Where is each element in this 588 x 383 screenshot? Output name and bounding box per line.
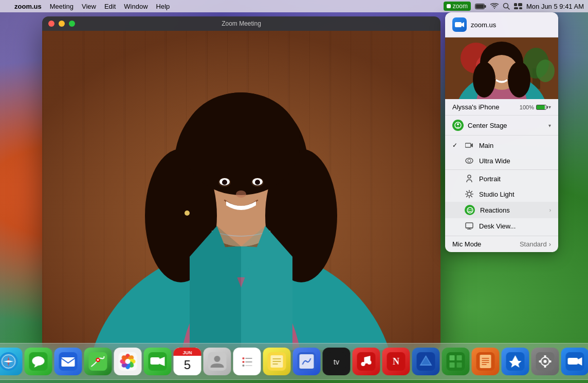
dock-item-numbers[interactable] <box>442 348 470 375</box>
dock-item-contacts[interactable] <box>204 348 231 375</box>
wifi-icon <box>490 3 499 9</box>
control-center-icon[interactable] <box>514 3 522 9</box>
svg-rect-47 <box>465 143 471 147</box>
system-prefs-icon <box>536 352 555 371</box>
menu-item-portrait[interactable]: Portrait <box>445 171 558 186</box>
menubar-window[interactable]: Window <box>124 3 148 10</box>
svg-point-27 <box>222 180 227 185</box>
menubar-meeting[interactable]: Meeting <box>50 3 74 10</box>
reactions-icon <box>465 205 475 215</box>
svg-rect-149 <box>544 355 546 358</box>
dock-item-notes[interactable] <box>263 348 291 375</box>
svg-point-37 <box>536 60 555 82</box>
studio-light-icon <box>465 189 474 199</box>
menubar-edit[interactable]: Edit <box>104 3 116 10</box>
svg-rect-152 <box>549 360 552 362</box>
reactions-label: Reactions <box>480 206 544 214</box>
fullscreen-button[interactable] <box>69 21 75 27</box>
dock-item-appletv[interactable]: tv <box>323 348 351 375</box>
svg-text:5: 5 <box>184 358 191 372</box>
svg-point-22 <box>182 92 300 195</box>
zoom-menubar-button[interactable]: zoom <box>444 2 471 11</box>
portrait-icon <box>465 174 474 183</box>
close-button[interactable] <box>48 21 54 27</box>
menu-item-desk-view[interactable]: Desk View... <box>445 218 558 234</box>
safari-icon <box>0 352 18 371</box>
dock-item-facetime[interactable] <box>144 348 172 375</box>
battery-fill <box>537 105 545 109</box>
search-icon[interactable] <box>503 3 510 10</box>
chevron-down-icon[interactable]: ▾ <box>548 104 551 110</box>
dock-item-safari[interactable] <box>0 348 23 375</box>
svg-point-127 <box>361 362 365 366</box>
svg-rect-85 <box>62 357 75 367</box>
popup-thumbnail <box>445 37 558 99</box>
dock-item-calendar[interactable]: JUN 5 <box>174 348 201 375</box>
svg-point-30 <box>185 210 190 216</box>
dock-item-reminders[interactable] <box>233 348 261 375</box>
ultra-wide-svg <box>465 158 473 164</box>
reactions-svg <box>467 207 473 214</box>
portrait-svg <box>466 175 472 183</box>
dock-item-maps[interactable] <box>84 348 112 375</box>
svg-line-56 <box>467 192 468 193</box>
dock-item-appstore[interactable] <box>502 348 529 375</box>
maps-icon <box>89 352 107 371</box>
dock-item-messages[interactable] <box>25 348 52 375</box>
ultra-wide-label: Ultra Wide <box>479 157 551 165</box>
svg-rect-135 <box>450 355 455 360</box>
svg-rect-137 <box>450 362 455 368</box>
appletv-icon: tv <box>327 352 346 371</box>
dock-item-music[interactable] <box>353 348 380 375</box>
desk-view-label: Desk View... <box>479 222 551 230</box>
dock-item-pages[interactable] <box>472 348 500 375</box>
center-stage-icon <box>452 120 464 131</box>
svg-point-51 <box>468 193 471 196</box>
photos-icon <box>119 352 137 371</box>
dock-item-photos[interactable] <box>114 348 142 375</box>
keynote-icon <box>417 352 435 371</box>
notes-icon <box>268 352 286 371</box>
center-stage-row[interactable]: Center Stage ▾ <box>445 116 558 136</box>
svg-line-57 <box>471 196 472 197</box>
svg-rect-2 <box>475 4 484 8</box>
center-stage-chevron: ▾ <box>548 123 551 128</box>
numbers-icon <box>447 352 465 371</box>
menu-item-ultra-wide[interactable]: Ultra Wide <box>445 153 558 168</box>
menu-separator-1 <box>445 169 558 170</box>
dock-item-freeform[interactable] <box>293 348 321 375</box>
mic-mode-label: Mic Mode <box>452 240 481 248</box>
dock-item-mail[interactable] <box>54 348 82 375</box>
dock-item-system-preferences[interactable] <box>531 348 559 375</box>
popup-header: zoom.us <box>445 12 558 37</box>
mic-mode-current: Standard <box>520 240 547 248</box>
svg-rect-101 <box>151 357 160 365</box>
svg-rect-140 <box>480 355 491 368</box>
dock: JUN 5 <box>0 343 588 380</box>
mic-mode-chevron: › <box>549 240 551 248</box>
svg-point-46 <box>457 123 459 125</box>
svg-point-43 <box>473 62 495 98</box>
zoom-popup: zoom.us <box>445 12 558 252</box>
minimize-button[interactable] <box>59 21 65 27</box>
zoom-menubar-label: zoom <box>453 3 468 10</box>
svg-rect-138 <box>457 362 462 368</box>
menu-item-reactions[interactable]: Reactions › <box>445 202 558 218</box>
menu-item-main[interactable]: ✓ Main <box>445 138 558 153</box>
device-row: Alyssa's iPhone 100% ▾ <box>445 99 558 116</box>
mail-icon <box>59 352 78 371</box>
mic-mode-row[interactable]: Mic Mode Standard › <box>445 236 558 252</box>
zoom-video-area <box>42 31 440 350</box>
svg-point-29 <box>236 190 246 198</box>
menubar-help[interactable]: Help <box>156 3 170 10</box>
menubar-left: zoom.us Meeting View Edit Window Help <box>4 3 170 10</box>
dock-item-news[interactable]: N <box>382 348 410 375</box>
zoom-camera-icon <box>455 21 464 28</box>
menubar-app-name[interactable]: zoom.us <box>14 3 42 10</box>
dock-item-keynote[interactable] <box>412 348 440 375</box>
menubar-battery <box>475 4 486 9</box>
dock-item-zoom[interactable] <box>561 348 589 375</box>
svg-point-111 <box>243 357 245 359</box>
menubar-view[interactable]: View <box>82 3 96 10</box>
menu-item-studio-light[interactable]: Studio Light <box>445 186 558 202</box>
